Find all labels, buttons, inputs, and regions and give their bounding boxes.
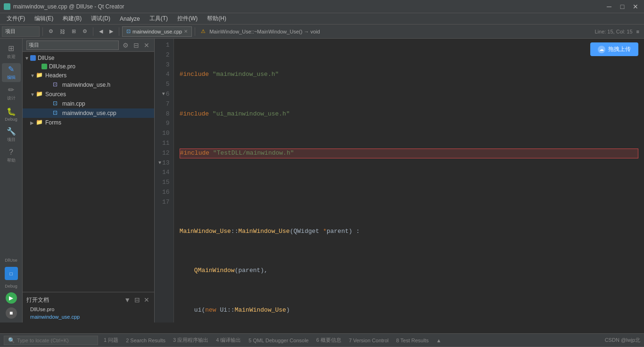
toolbar-extra-button[interactable]: ≡ bbox=[634, 26, 642, 37]
run-button[interactable]: ▶ bbox=[6, 292, 17, 304]
toolbar-sep-3 bbox=[119, 27, 119, 36]
minimize-button[interactable]: ─ bbox=[604, 2, 614, 11]
code-line-6: QMainWindow(parent), bbox=[180, 266, 638, 276]
sidebar-design[interactable]: ✏ 设计 bbox=[2, 84, 21, 103]
tree-main-cpp[interactable]: ⊡ main.cpp bbox=[23, 99, 154, 108]
code-line-5: MainWindow_Use::MainWindow_Use(QWidget *… bbox=[180, 227, 638, 237]
menu-help[interactable]: 帮助(H) bbox=[202, 13, 231, 24]
tree-headers-label: Headers bbox=[45, 72, 152, 79]
nav-forward-button[interactable]: ▶ bbox=[107, 26, 116, 37]
toolbar-sep-1 bbox=[42, 27, 43, 36]
tree-forms-folder[interactable]: ▶ 📁 Forms bbox=[23, 118, 154, 127]
menu-debug[interactable]: 调试(D) bbox=[86, 13, 115, 24]
menu-edit[interactable]: 编辑(E) bbox=[30, 13, 58, 24]
status-3[interactable]: 3 应用程序输出 bbox=[173, 337, 208, 344]
expand-btn[interactable]: ▲ bbox=[436, 338, 441, 343]
upload-label: 拖拽上传 bbox=[608, 45, 631, 53]
pro-file-icon bbox=[41, 64, 47, 69]
tree-dlluse-pro[interactable]: DllUse.pro bbox=[23, 62, 154, 71]
stop-button[interactable]: ■ bbox=[6, 307, 17, 319]
code-content[interactable]: #include "mainwindow_use.h" #include "ui… bbox=[174, 39, 644, 322]
status-1[interactable]: 1 问题 bbox=[104, 337, 118, 344]
sidebar-help-label: 帮助 bbox=[7, 157, 16, 164]
menu-build[interactable]: 构建(B) bbox=[58, 13, 86, 24]
status-5[interactable]: 5 QML Debugger Console bbox=[248, 338, 308, 343]
status-6[interactable]: 6 概要信息 bbox=[316, 337, 341, 344]
open-documents-header: 打开文档 ▼ ⊟ ✕ bbox=[23, 294, 154, 306]
search-input[interactable] bbox=[17, 338, 92, 343]
line-13: ▼13 bbox=[158, 158, 170, 168]
arrow-dlluse: ▼ bbox=[25, 56, 30, 61]
breadcrumb-display: MainWindow_Use::~MainWindow_Use() → void bbox=[209, 29, 320, 34]
line-9: 9 bbox=[158, 119, 170, 129]
nav-back-button[interactable]: ◀ bbox=[96, 26, 106, 37]
project-view-selector[interactable]: 项目 bbox=[26, 41, 119, 50]
arrow-sources: ▼ bbox=[30, 92, 36, 97]
close-button[interactable]: ✕ bbox=[631, 2, 640, 11]
fold-arrow-6[interactable]: ▼ bbox=[162, 91, 165, 98]
tree-mainwindow-use-cpp[interactable]: ⊡ mainwindow_use.cpp bbox=[23, 108, 154, 118]
fold-arrow-13[interactable]: ▼ bbox=[158, 159, 161, 167]
active-file-tab[interactable]: ⊡ mainwindow_use.cpp ✕ bbox=[122, 26, 192, 37]
menu-analyze[interactable]: Analyze bbox=[115, 13, 145, 24]
search-area: 🔍 1 问题 2 Search Results 3 应用程序输出 4 编译输出 … bbox=[0, 334, 644, 347]
line-6: ▼6 bbox=[158, 90, 170, 99]
opendocs-dropdown-btn[interactable]: ▼ bbox=[123, 296, 132, 304]
project-filter-btn[interactable]: ⚙ bbox=[122, 41, 130, 49]
sources-folder-icon: 📁 bbox=[36, 91, 43, 98]
search-icon: 🔍 bbox=[8, 337, 15, 344]
sidebar-welcome[interactable]: ⊞ 欢迎 bbox=[2, 42, 21, 61]
project-icon-btn[interactable]: □ bbox=[5, 267, 18, 280]
tab-close-icon[interactable]: ✕ bbox=[184, 29, 188, 34]
opendoc-dlluse-pro[interactable]: DllUse.pro bbox=[23, 306, 154, 313]
menu-file[interactable]: 文件(F) bbox=[2, 13, 30, 24]
link-button[interactable]: ⛓ bbox=[57, 26, 68, 37]
warning-indicator[interactable]: ⚠ bbox=[198, 26, 208, 37]
settings-button[interactable]: ⚙ bbox=[80, 26, 90, 37]
sidebar-debug-label: Debug bbox=[5, 117, 17, 122]
dlluse-project-label: DllUse bbox=[5, 258, 17, 263]
window-controls: ─ □ ✕ bbox=[604, 2, 640, 11]
cpp-file-icon-mainwindow: ⊡ bbox=[53, 109, 60, 117]
status-4[interactable]: 4 编译输出 bbox=[216, 337, 241, 344]
code-line-3: #include "TestDLL/mainwindow.h" bbox=[180, 149, 638, 158]
line-12: 12 bbox=[158, 149, 170, 158]
status-8[interactable]: 8 Test Results bbox=[396, 338, 429, 343]
sidebar-project[interactable]: 🔧 项目 bbox=[2, 125, 21, 144]
line-2: 2 bbox=[158, 50, 170, 60]
filter-button[interactable]: ⚙ bbox=[46, 26, 56, 37]
tree-header-file[interactable]: ⊡ mainwindow_use.h bbox=[23, 80, 154, 90]
status-2[interactable]: 2 Search Results bbox=[126, 338, 165, 343]
sidebar-debug[interactable]: 🐛 Debug bbox=[2, 105, 21, 124]
upload-button[interactable]: ☁ 拖拽上传 bbox=[590, 42, 638, 56]
status-7[interactable]: 7 Version Control bbox=[349, 338, 388, 343]
opendoc-mainwindow-use-cpp[interactable]: mainwindow_use.cpp bbox=[23, 313, 154, 321]
sidebar-edit[interactable]: ✎ 编辑 bbox=[2, 63, 21, 82]
tree-sources-label: Sources bbox=[45, 91, 152, 98]
toolbar: 项目 ⚙ ⛓ ⊞ ⚙ ◀ ▶ ⊡ mainwindow_use.cpp ✕ ⚠ … bbox=[0, 25, 644, 39]
titlebar: mainwindow_use.cpp @ DllUse - Qt Creator… bbox=[0, 0, 644, 13]
project-close-btn[interactable]: ✕ bbox=[143, 41, 150, 49]
tree-sources-folder[interactable]: ▼ 📁 Sources bbox=[23, 90, 154, 99]
maximize-button[interactable]: □ bbox=[618, 2, 627, 11]
sidebar-help[interactable]: ? 帮助 bbox=[2, 146, 21, 165]
line-8: 8 bbox=[158, 109, 170, 119]
search-box[interactable]: 🔍 bbox=[4, 336, 98, 345]
opendocs-split-btn[interactable]: ⊟ bbox=[133, 296, 141, 304]
line-17: 17 bbox=[158, 198, 170, 207]
opendocs-close-btn[interactable]: ✕ bbox=[143, 296, 150, 304]
code-line-4 bbox=[180, 188, 638, 198]
code-line-7: ui(new Ui::MainWindow_Use) bbox=[180, 306, 638, 315]
project-split-btn[interactable]: ⊟ bbox=[132, 41, 140, 49]
code-editor[interactable]: ☁ 拖拽上传 1 2 3 4 5 ▼6 7 8 9 10 11 12 ▼13 bbox=[155, 39, 644, 322]
menu-tools[interactable]: 工具(T) bbox=[145, 13, 173, 24]
line-10: 10 bbox=[158, 129, 170, 139]
arrow-headers: ▼ bbox=[30, 73, 36, 78]
menu-controls[interactable]: 控件(W) bbox=[173, 13, 202, 24]
bottom-area: 🔍 1 问题 2 Search Results 3 应用程序输出 4 编译输出 … bbox=[0, 333, 644, 347]
project-selector[interactable]: 项目 bbox=[2, 26, 40, 37]
split-button[interactable]: ⊞ bbox=[69, 26, 79, 37]
tree-headers-folder[interactable]: ▼ 📁 Headers bbox=[23, 71, 154, 80]
line-15: 15 bbox=[158, 178, 170, 188]
tree-root-dlluse[interactable]: ▼ DllUse bbox=[23, 54, 154, 62]
